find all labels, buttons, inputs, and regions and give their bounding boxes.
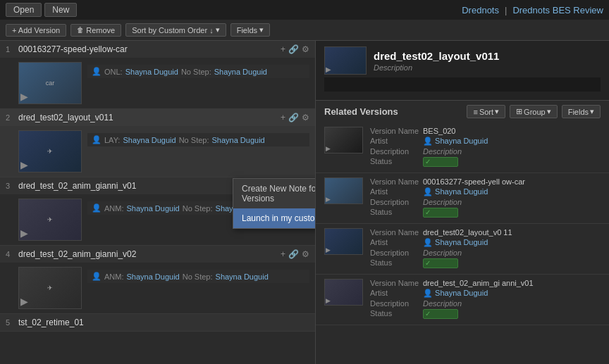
thumbnail: car ▶ [18,62,82,104]
status-row: Status [370,157,601,167]
item-title: tst_02_retime_01 [18,318,309,327]
list-item-header[interactable]: 1 000163277-speed-yellow-car + 🔗 ⚙ [0,41,315,58]
user-icon: 👤 [92,135,102,144]
artist-label: Artist [370,238,423,247]
status-label: Status [370,258,423,268]
sort-chevron-icon: ▾ [495,107,499,116]
item-actions: + 🔗 ⚙ [281,113,309,123]
link-icon[interactable]: 🔗 [288,44,299,54]
list-item-header[interactable]: 4 dred_test_02_anim_gianni_v02 + 🔗 ⚙ [0,246,315,263]
artist-value[interactable]: 👤 Shayna Duguid [423,238,601,247]
remove-icon: 🗑 [77,26,84,34]
status-label: Status [370,309,423,319]
user-name[interactable]: Shayna Duguid [123,136,176,144]
add-icon[interactable]: + [281,44,285,54]
version-name-row: Version Name BES_020 [370,127,601,135]
version-thumbnail: ▶ [324,127,363,153]
right-header: ▶ dred_test02_layout_v011 Description [316,41,609,101]
user-icon: 👤 [423,238,433,246]
artist-value[interactable]: 👤 Shayna Duguid [423,187,601,196]
status-value [423,208,601,218]
status-check-icon [423,157,458,167]
right-title: dred_test02_layout_v011 [374,50,499,62]
step-value[interactable]: Shayna Duguid [211,136,264,144]
add-version-button[interactable]: + Add Version [6,24,66,37]
user-label: ANM: [104,272,124,281]
version-info: Version Name BES_020 Artist 👤 Shayna Dug… [370,127,601,168]
list-item: 5 tst_02_retime_01 [0,314,315,332]
fields-chevron-icon: ▾ [259,25,264,34]
step-value[interactable]: Shayna Duguid [214,68,267,76]
version-name-value: 000163277-speed-yell ow-car [423,177,601,186]
description-value: Description [423,299,601,308]
status-check-icon [423,258,458,268]
open-button[interactable]: Open [6,3,42,17]
user-icon: 👤 [92,67,102,76]
version-info: Version Name 000163277-speed-yell ow-car… [370,177,601,219]
version-info: Version Name dred_test_02_anim_gi anni_v… [370,279,601,320]
new-button[interactable]: New [44,3,77,17]
artist-value[interactable]: 👤 Shayna Duguid [423,289,601,298]
user-name[interactable]: Shayna Duguid [125,68,178,76]
version-thumbnail: ▶ [324,279,363,306]
group-button[interactable]: ⊞ Group ▾ [510,105,558,118]
gear-icon[interactable]: ⚙ [302,113,309,123]
version-thumbnail: ▶ [324,228,363,255]
gear-icon[interactable]: ⚙ [302,249,309,259]
user-icon: 👤 [423,289,433,297]
user-label: LAY: [104,136,120,144]
status-label: Status [370,208,423,218]
right-panel: ▶ dred_test02_layout_v011 Description Re… [316,41,609,364]
status-value [423,258,601,268]
play-icon: ▶ [326,145,331,152]
gear-icon[interactable]: ⚙ [302,44,309,54]
user-label: ANM: [104,204,124,213]
item-meta: 👤 ONL: Shayna Duguid No Step: Shayna Dug… [87,62,309,78]
add-icon[interactable]: + [281,113,285,123]
item-title: dred_test02_layout_v011 [18,113,281,123]
list-item-header[interactable]: 5 tst_02_retime_01 [0,314,315,331]
version-name-label: Version Name [370,279,423,287]
context-menu-item-launch-custom[interactable]: Launch in my custom tool [233,208,316,228]
artist-label: Artist [370,187,423,196]
review-title-link[interactable]: Drednots BES Review [512,5,603,15]
sort-button[interactable]: ≡ Sort ▾ [467,105,505,118]
step-value[interactable]: Shayna Duguid [216,272,269,281]
list-item-content: ✈ ▶ 👤 ANM: Shayna Duguid No Step: Shayna… [0,263,315,313]
fields-button[interactable]: Fields ▾ [230,23,270,37]
play-icon: ▶ [326,297,331,304]
context-menu-item-create-note[interactable]: Create New Note for 1 Versions [233,179,316,208]
status-value [423,157,601,167]
step-label: No Step: [179,136,209,144]
fields-button[interactable]: Fields ▾ [562,105,601,118]
artist-value[interactable]: 👤 Shayna Duguid [423,137,601,146]
list-item-header[interactable]: 2 dred_test02_layout_v011 + 🔗 ⚙ [0,109,315,126]
project-title-link[interactable]: Drednots [462,5,499,15]
sort-button[interactable]: Sort by Custom Order ↓ ▾ [125,23,226,37]
list-item: 2 dred_test02_layout_v011 + 🔗 ⚙ ✈ ▶ [0,109,315,177]
play-icon: ▶ [20,227,28,239]
version-name-label: Version Name [370,228,423,237]
artist-label: Artist [370,137,423,146]
related-versions-header: Related Versions ≡ Sort ▾ ⊞ Group ▾ Fiel… [316,101,609,123]
item-number: 2 [6,113,14,122]
status-row: Status [370,258,601,268]
item-number: 1 [6,45,14,54]
play-icon: ▶ [20,159,28,170]
user-name[interactable]: Shayna Duguid [127,272,180,281]
link-icon[interactable]: 🔗 [288,113,299,123]
link-icon[interactable]: 🔗 [288,249,299,259]
remove-button[interactable]: 🗑 Remove [70,24,121,37]
user-name[interactable]: Shayna Duguid [127,204,180,213]
add-icon[interactable]: + [281,249,285,259]
version-card: ▶ Version Name dred_test_02_anim_gi anni… [316,275,609,325]
group-chevron-icon: ▾ [547,107,551,116]
context-menu: Create New Note for 1 Versions Launch in… [233,178,316,229]
status-check-icon [423,208,458,218]
top-bar-links: Drednots | Drednots BES Review [462,5,603,15]
top-bar-buttons: Open New [6,3,77,17]
group-icon: ⊞ [516,107,522,116]
description-value: Description [423,249,601,257]
artist-row: Artist 👤 Shayna Duguid [370,187,601,196]
description-value: Description [423,147,601,156]
